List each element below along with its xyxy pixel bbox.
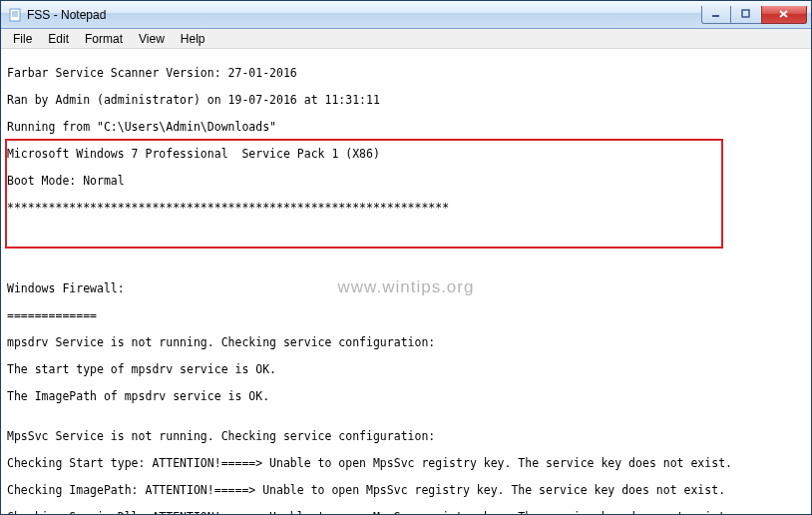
log-line: MpsSvc Service is not running. Checking … [7,430,805,444]
menu-edit[interactable]: Edit [40,30,77,48]
section-underline: ============= [7,309,805,323]
window-title: FSS - Notepad [27,8,701,22]
text-area[interactable]: Farbar Service Scanner Version: 27-01-20… [1,49,811,514]
log-line: ****************************************… [7,202,805,216]
maximize-button[interactable] [731,6,761,24]
menu-file[interactable]: File [5,30,40,48]
menubar: File Edit Format View Help [1,29,811,49]
svg-rect-5 [742,10,749,17]
log-line: Ran by Admin (administrator) on 19-07-20… [7,94,805,108]
minimize-button[interactable] [701,6,731,24]
section-title: Windows Firewall: [7,282,805,296]
blank-line [7,229,805,243]
log-line: Running from "C:\Users\Admin\Downloads" [7,121,805,135]
log-line: Checking Start type: ATTENTION!=====> Un… [7,457,805,471]
log-line: The start type of mpsdrv service is OK. [7,363,805,377]
notepad-icon [7,7,23,23]
menu-view[interactable]: View [131,30,173,48]
log-line: The ImagePath of mpsdrv service is OK. [7,390,805,404]
log-line: mpsdrv Service is not running. Checking … [7,336,805,350]
close-button[interactable] [761,6,807,24]
log-line: Checking ServiceDll: ATTENTION!=====> Un… [7,511,805,514]
menu-help[interactable]: Help [173,30,213,48]
log-line: Boot Mode: Normal [7,175,805,189]
menu-format[interactable]: Format [77,30,131,48]
log-line: Farbar Service Scanner Version: 27-01-20… [7,67,805,81]
titlebar[interactable]: FSS - Notepad [1,1,811,29]
svg-rect-0 [10,9,20,21]
blank-line [7,256,805,269]
log-line: Microsoft Windows 7 Professional Service… [7,148,805,162]
log-line: Checking ImagePath: ATTENTION!=====> Una… [7,484,805,498]
window-controls [701,6,807,24]
